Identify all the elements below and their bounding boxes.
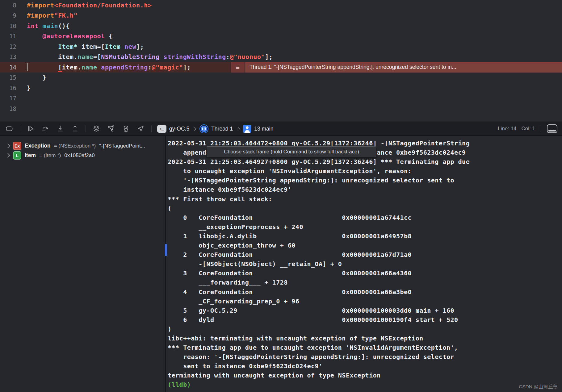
code-text: Item* item=[Item new]; [20, 43, 144, 50]
line-number[interactable]: 13 [0, 53, 20, 60]
code-token [120, 43, 124, 50]
code-editor[interactable]: 8#import<Foundation/Foundation.h>9#impor… [0, 0, 562, 122]
code-token: <Foundation/Foundation.h> [54, 2, 152, 9]
code-line[interactable]: 8#import<Foundation/Foundation.h> [0, 0, 562, 10]
error-banner-text: Thread 1: "-[NSTaggedPointerString appen… [245, 62, 456, 73]
chevron-right-icon [192, 127, 196, 131]
code-text: } [20, 74, 46, 81]
code-line[interactable]: 11 @autoreleasepool { [0, 31, 562, 42]
line-number[interactable]: 10 [0, 23, 20, 29]
console-output[interactable]: 2022-05-31 21:25:03.464472+0800 gy-OC.5.… [166, 136, 562, 392]
toolbar-separator [541, 125, 541, 132]
stack-frame-tooltip: Choose stack frame (hold Command to show… [207, 146, 376, 157]
code-token: } [27, 84, 31, 92]
code-token: (){ [58, 22, 70, 30]
code-token: "FK.h" [54, 12, 78, 19]
memory-graph-icon[interactable] [106, 124, 117, 134]
code-token: @autoreleasepool [43, 32, 105, 40]
code-token: NSMutableString [101, 53, 160, 60]
variables-view[interactable]: ExException = (NSException *) "-[NSTagge… [0, 136, 166, 392]
environment-overrides-icon[interactable] [120, 124, 132, 134]
toolbar-separator [86, 125, 86, 132]
step-out-icon[interactable] [69, 124, 81, 134]
line-number[interactable]: 12 [0, 43, 20, 50]
continue-icon[interactable] [25, 124, 36, 134]
view-hierarchy-icon[interactable] [91, 124, 102, 134]
scrollbar-thumb[interactable] [165, 244, 167, 256]
toolbar-separator [20, 125, 20, 132]
code-line[interactable]: 13 item.name=[NSMutableString stringWith… [0, 52, 562, 62]
code-token: @"nuonuo" [230, 53, 265, 60]
variable-value: "-[NSTaggedPoint... [99, 143, 145, 149]
breadcrumb-process[interactable]: gy-OC.5 [169, 126, 189, 132]
code-line[interactable]: 14 [item.name appendString:@"magic"];≡Th… [0, 62, 562, 73]
step-over-icon[interactable] [40, 124, 51, 134]
toolbar-separator [151, 125, 152, 132]
code-line[interactable]: 15 } [0, 73, 562, 83]
lldb-prompt[interactable]: (lldb) [166, 380, 562, 389]
breadcrumb-frame[interactable]: 13 main [254, 126, 273, 132]
local-badge: L [13, 151, 21, 160]
code-line[interactable]: 12 Item* item=[Item new]; [0, 41, 562, 52]
debug-controls [0, 124, 153, 134]
code-lines: 8#import<Foundation/Foundation.h>9#impor… [0, 0, 562, 114]
line-number[interactable]: 17 [0, 95, 20, 102]
code-line[interactable]: 10int main(){ [0, 21, 562, 31]
variable-row[interactable]: Litem = (Item *) 0x1050af2a0 [0, 151, 165, 160]
code-text: #import<Foundation/Foundation.h> [20, 2, 152, 9]
thread-icon[interactable] [199, 124, 208, 133]
code-token: #import [27, 2, 54, 9]
code-token [27, 64, 58, 71]
variable-row[interactable]: ExException = (NSException *) "-[NSTagge… [0, 141, 165, 151]
terminal-process-icon[interactable]: ›_ [157, 125, 166, 133]
code-text: item.name=[NSMutableString stringWithStr… [20, 53, 273, 60]
code-token: [ [58, 64, 62, 72]
tooltip-text: Choose stack frame (hold Command to show… [224, 149, 359, 155]
code-line[interactable]: 17 [0, 93, 562, 104]
line-number[interactable]: 14 [0, 64, 20, 71]
watermark: CSDN @山河丘壑 [519, 384, 558, 390]
step-into-icon[interactable] [55, 124, 66, 134]
console-text[interactable]: 2022-05-31 21:25:03.464472+0800 gy-OC.5.… [166, 136, 562, 380]
code-token: ]; [265, 53, 273, 60]
line-number[interactable]: 15 [0, 74, 20, 81]
variable-value: 0x1050af2a0 [64, 152, 94, 159]
code-text: int main(){ [20, 22, 70, 30]
code-token: : [148, 64, 152, 71]
hide-debug-area-icon[interactable] [547, 124, 558, 134]
line-col-indicator: Line: 14 Col: 1 [498, 126, 535, 132]
variable-name: Exception [25, 143, 51, 149]
code-text: #import"FK.h" [20, 12, 78, 19]
stack-frame-person-icon[interactable] [243, 125, 251, 133]
code-token: name [82, 64, 97, 71]
exception-badge: Ex [13, 142, 21, 150]
line-number[interactable]: 11 [0, 33, 20, 40]
code-token: Item* [58, 43, 78, 50]
code-token: ]; [183, 64, 191, 71]
code-token: main [43, 22, 58, 30]
breadcrumb-thread[interactable]: Thread 1 [211, 126, 233, 132]
error-banner[interactable]: ≡Thread 1: "-[NSTaggedPointerString appe… [231, 62, 562, 73]
simulate-location-icon[interactable] [135, 124, 146, 134]
code-token [39, 22, 43, 30]
line-number[interactable]: 18 [0, 105, 20, 112]
code-token [97, 64, 101, 71]
hamburger-icon[interactable]: ≡ [231, 62, 245, 73]
variable-type: = (NSException *) [54, 143, 96, 149]
code-line[interactable]: 18 [0, 103, 562, 114]
disclosure-chevron-icon[interactable] [6, 144, 10, 148]
code-line[interactable]: 16} [0, 83, 562, 93]
code-token: appendString [101, 64, 148, 71]
code-line[interactable]: 9#import"FK.h" [0, 10, 562, 21]
line-number[interactable]: 8 [0, 2, 20, 9]
line-number[interactable]: 9 [0, 12, 20, 19]
code-token: : [226, 53, 230, 60]
code-token: #import [27, 12, 54, 19]
debug-area-rect-icon[interactable] [4, 124, 15, 134]
variable-name: item [25, 152, 36, 159]
disclosure-chevron-icon[interactable] [6, 153, 10, 158]
code-token: Item [105, 43, 121, 50]
line-number[interactable]: 16 [0, 85, 20, 91]
code-token: =[ [93, 53, 101, 60]
col-indicator: Col: 1 [522, 126, 535, 132]
